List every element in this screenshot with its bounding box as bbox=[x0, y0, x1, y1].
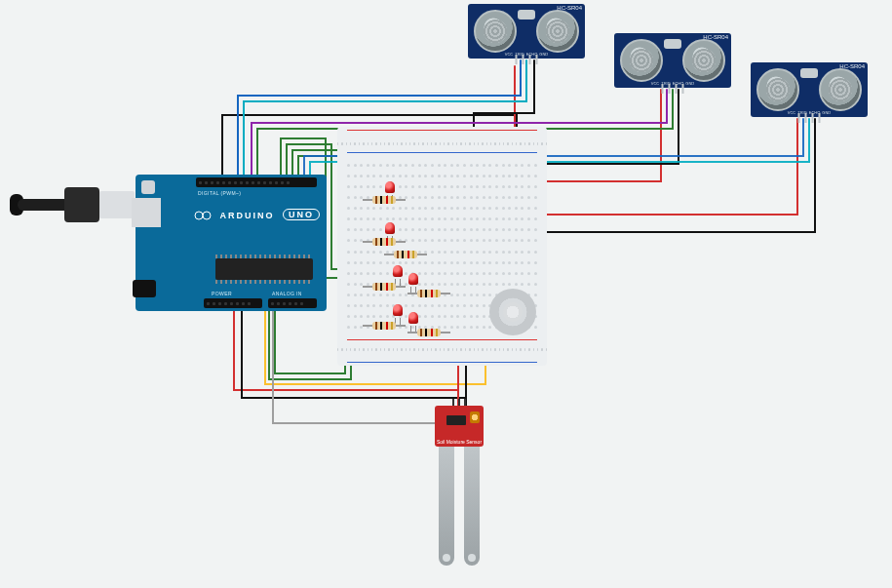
wire-sr3-vcc bbox=[546, 119, 797, 215]
hc-sr04-sensor[interactable]: HC-SR04VCCTRIGECHOGND bbox=[614, 33, 731, 88]
resistor[interactable] bbox=[363, 196, 406, 204]
resistor-lead bbox=[396, 286, 406, 288]
usb-a-plug bbox=[99, 191, 135, 218]
led-bulb bbox=[408, 273, 418, 285]
resistor-lead bbox=[417, 254, 427, 255]
resistor[interactable] bbox=[363, 322, 406, 330]
led-bulb bbox=[385, 181, 395, 193]
resistor-lead bbox=[363, 286, 372, 288]
resistor-lead bbox=[363, 241, 372, 243]
hc-sr04-sensor[interactable]: HC-SR04VCCTRIGECHOGND bbox=[468, 4, 585, 59]
resistor-body bbox=[394, 251, 417, 258]
hcsr04-pins bbox=[798, 113, 821, 123]
resistor-body bbox=[417, 329, 441, 336]
resistor-lead bbox=[363, 199, 372, 201]
svg-point-0 bbox=[195, 212, 203, 219]
arduino-digital-label: DIGITAL (PWM~) bbox=[198, 190, 241, 196]
resistor[interactable] bbox=[384, 251, 427, 258]
hcsr04-label: HC-SR04 bbox=[703, 34, 728, 40]
resistor-lead bbox=[407, 332, 417, 333]
red-led[interactable] bbox=[392, 304, 404, 320]
red-led[interactable] bbox=[384, 222, 396, 238]
usb-cable-cord bbox=[18, 199, 64, 211]
resistor-body bbox=[372, 196, 396, 204]
soil-pcb: Soil Moisture Sensor bbox=[435, 406, 484, 447]
hcsr04-crystal bbox=[800, 68, 818, 78]
hcsr04-label: HC-SR04 bbox=[557, 5, 582, 11]
soil-label: Soil Moisture Sensor bbox=[435, 439, 484, 445]
resistor[interactable] bbox=[407, 290, 450, 297]
wire-sr2-vcc bbox=[546, 90, 661, 181]
soil-probe-left bbox=[439, 447, 454, 566]
led-bulb bbox=[393, 265, 403, 277]
arduino-power-label: POWER bbox=[212, 291, 232, 296]
soil-chip bbox=[446, 415, 466, 425]
arduino-analog-label: ANALOG IN bbox=[272, 291, 302, 296]
arduino-logo: ARDUINO UNO bbox=[194, 210, 320, 220]
svg-point-1 bbox=[203, 212, 211, 219]
hcsr04-transmitter bbox=[474, 10, 517, 53]
arduino-power-header[interactable] bbox=[204, 298, 262, 308]
red-led[interactable] bbox=[392, 265, 404, 281]
led-bulb bbox=[393, 304, 403, 316]
breadboard-top-rail bbox=[337, 133, 547, 154]
hcsr04-transmitter bbox=[620, 39, 663, 82]
resistor-body bbox=[372, 322, 396, 330]
hcsr04-crystal bbox=[664, 39, 681, 49]
arduino-usb-port bbox=[132, 198, 161, 227]
arduino-barrel-jack bbox=[133, 280, 156, 297]
resistor-body bbox=[372, 238, 396, 246]
hcsr04-receiver bbox=[682, 39, 725, 82]
resistor-lead bbox=[396, 199, 406, 201]
resistor-lead bbox=[363, 325, 372, 327]
arduino-atmega-chip bbox=[215, 258, 313, 280]
wire-sr1-gnd bbox=[474, 60, 534, 137]
wire-sr2-gnd bbox=[526, 90, 679, 164]
arduino-model-text: UNO bbox=[283, 209, 320, 220]
resistor[interactable] bbox=[407, 329, 450, 336]
breadboard-top-pos-line bbox=[347, 130, 537, 131]
hcsr04-transmitter bbox=[756, 68, 799, 111]
red-led[interactable] bbox=[384, 181, 396, 197]
hcsr04-pins bbox=[662, 84, 684, 94]
arduino-reset-button[interactable] bbox=[141, 180, 155, 194]
soil-probe-right bbox=[464, 447, 480, 566]
resistor-lead bbox=[396, 325, 406, 327]
led-bulb bbox=[385, 222, 395, 234]
hcsr04-receiver bbox=[819, 68, 862, 111]
hcsr04-crystal bbox=[518, 10, 535, 20]
piezo-buzzer[interactable] bbox=[489, 289, 536, 335]
soil-moisture-sensor[interactable]: Soil Moisture Sensor bbox=[429, 406, 489, 571]
resistor[interactable] bbox=[363, 238, 406, 246]
arduino-analog-header[interactable] bbox=[268, 298, 317, 308]
red-led[interactable] bbox=[407, 312, 419, 328]
red-led[interactable] bbox=[407, 273, 419, 289]
resistor-body bbox=[372, 283, 396, 291]
usb-cable-boot bbox=[64, 187, 99, 222]
resistor-lead bbox=[441, 293, 450, 294]
breadboard-bottom-neg-line bbox=[347, 362, 537, 363]
resistor-body bbox=[417, 290, 441, 297]
hcsr04-pins bbox=[516, 55, 538, 64]
resistor-lead bbox=[441, 332, 450, 333]
hcsr04-label: HC-SR04 bbox=[839, 63, 865, 69]
led-bulb bbox=[408, 312, 418, 324]
arduino-brand-text: ARDUINO bbox=[220, 211, 275, 220]
hc-sr04-sensor[interactable]: HC-SR04VCCTRIGECHOGND bbox=[751, 62, 868, 117]
usb-cable[interactable] bbox=[10, 185, 135, 224]
resistor-lead bbox=[407, 293, 417, 294]
hcsr04-receiver bbox=[536, 10, 579, 53]
breadboard-bottom-pos-line bbox=[347, 339, 537, 340]
resistor[interactable] bbox=[363, 283, 406, 291]
resistor-lead bbox=[396, 241, 406, 243]
arduino-digital-header[interactable] bbox=[196, 177, 317, 187]
arduino-uno[interactable]: ARDUINO UNO DIGITAL (PWM~) POWER ANALOG … bbox=[136, 175, 327, 311]
breadboard-bottom-rail bbox=[337, 338, 547, 360]
resistor-lead bbox=[384, 254, 394, 255]
